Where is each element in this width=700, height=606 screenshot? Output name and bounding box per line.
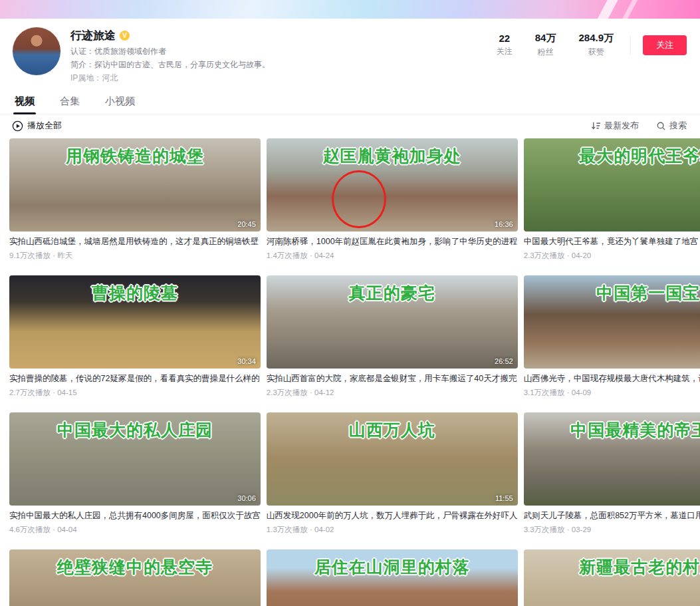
avatar[interactable] (12, 27, 61, 76)
video-card[interactable]: 中国最精美的帝王陵 25:46 武则天儿子陵墓，总面积852万平方米，墓道口用3… (524, 412, 700, 535)
follow-button[interactable]: 关注 (643, 35, 687, 55)
video-caption[interactable]: 山西佛光寺，中国现存规模最大唐代木构建筑，让日本人闭嘴的建筑 (524, 373, 700, 384)
video-meta: 2.7万次播放 · 04-15 (9, 388, 261, 398)
video-duration: 20:45 (237, 220, 256, 228)
video-title-overlay: 赵匡胤黄袍加身处 (267, 145, 518, 167)
video-card[interactable]: 山西万人坑 11:55 山西发现2000年前的万人坑，数万人埋葬于此，尸骨裸露在… (267, 412, 518, 535)
video-thumbnail[interactable]: 曹操的陵墓 30:34 (9, 275, 261, 369)
video-meta: 2.3万次播放 · 04-12 (267, 388, 518, 398)
video-thumbnail[interactable]: 中国最大的私人庄园 30:06 (9, 412, 261, 506)
profile-info: 行迹旅途 V 认证：优质旅游领域创作者 简介：探访中国的古迹、古民居，分享历史文… (70, 27, 485, 83)
video-card[interactable]: 赵匡胤黄袍加身处 16:36 河南陈桥驿，1000年前赵匡胤在此黄袍加身，影响了… (267, 138, 518, 261)
profile-name: 行迹旅途 (70, 28, 116, 43)
ip-label: IP属地： (70, 73, 102, 82)
video-card[interactable]: 新疆最古老的村庄 11:29 实拍新疆最古老的村庄，坐落在火焰山脚下，房屋全是用… (524, 549, 700, 606)
video-card[interactable]: 真正的豪宅 26:52 实拍山西首富的大院，家底都是金银财宝，用卡车搬运了40天… (267, 275, 518, 398)
tab-bar: 视频 合集 小视频 (0, 90, 700, 114)
video-card[interactable]: 居住在山洞里的村落 21:38 甘肃发现神秘石洞，整座大山被掏空，一个村落住在这… (267, 549, 518, 606)
video-title-overlay: 居住在山洞里的村落 (267, 556, 518, 578)
ip-line: IP属地：河北 (70, 73, 485, 83)
video-duration: 16:36 (495, 220, 513, 228)
stat-followers: 84万 粉丝 (535, 32, 556, 58)
video-title-overlay: 新疆最古老的村庄 (524, 556, 700, 578)
video-card[interactable]: 曹操的陵墓 30:34 实拍曹操的陵墓，传说的72疑冢是假的，看看真实的曹操是什… (9, 275, 261, 398)
search-button[interactable]: 搜索 (656, 120, 687, 132)
video-meta: 4.6万次播放 · 04-04 (9, 525, 261, 535)
video-card[interactable]: 中国第一国宝 23:13 山西佛光寺，中国现存规模最大唐代木构建筑，让日本人闭嘴… (524, 275, 700, 398)
profile-header: 行迹旅途 V 认证：优质旅游领域创作者 简介：探访中国的古迹、古民居，分享历史文… (0, 19, 700, 83)
video-thumbnail[interactable]: 山西万人坑 11:55 (267, 412, 518, 506)
video-title-overlay: 山西万人坑 (267, 419, 518, 441)
tab-videos[interactable]: 视频 (13, 90, 36, 114)
video-card[interactable]: 用钢铁铸造的城堡 20:45 实拍山西砥洎城堡，城墙居然是用铁铸造的，这才是真正… (9, 138, 261, 261)
tab-collections[interactable]: 合集 (58, 90, 81, 114)
video-thumbnail[interactable]: 真正的豪宅 26:52 (267, 275, 518, 369)
video-title-overlay: 中国最大的私人庄园 (9, 419, 261, 441)
intro-text: 探访中国的古迹、古民居，分享历史文化与故事。 (94, 60, 270, 69)
video-meta: 9.1万次播放 · 昨天 (9, 251, 261, 261)
video-caption[interactable]: 河南陈桥驿，1000年前赵匡胤在此黄袍加身，影响了中华历史的进程 (267, 236, 518, 247)
banner-streak (592, 0, 620, 19)
sort-icon (591, 121, 601, 130)
verified-badge-icon: V (120, 31, 130, 41)
video-title-overlay: 用钢铁铸造的城堡 (9, 145, 261, 167)
video-title-overlay: 绝壁狭缝中的悬空寺 (9, 556, 261, 578)
stat-likes-value: 284.9万 (578, 32, 614, 45)
video-duration: 26:52 (495, 357, 513, 365)
profile-banner (0, 0, 700, 19)
intro-label: 简介： (70, 60, 94, 69)
video-meta: 2.3万次播放 · 04-20 (524, 251, 700, 261)
video-card[interactable]: 中国最大的私人庄园 30:06 实拍中国最大的私人庄园，总共拥有4000多间房屋… (9, 412, 261, 535)
sort-label: 最新发布 (604, 120, 639, 132)
video-duration: 30:34 (237, 357, 256, 365)
video-caption[interactable]: 武则天儿子陵墓，总面积852万平方米，墓道口用3900多块巨石封堵 (524, 510, 700, 522)
video-caption[interactable]: 山西发现2000年前的万人坑，数万人埋葬于此，尸骨裸露在外好吓人 (267, 510, 518, 522)
stat-following: 22 关注 (497, 33, 513, 57)
video-thumbnail[interactable]: 中国第一国宝 23:13 (524, 275, 700, 369)
verify-label: 认证： (70, 47, 94, 56)
video-caption[interactable]: 实拍山西首富的大院，家底都是金银财宝，用卡车搬运了40天才搬完 (267, 373, 518, 384)
video-title-overlay: 最大的明代王爷墓 (524, 145, 700, 167)
video-meta: 1.4万次播放 · 04-24 (267, 251, 518, 261)
play-all-button[interactable]: 播放全部 (12, 120, 62, 132)
video-meta: 1.3万次播放 · 04-02 (267, 525, 518, 535)
stat-likes: 284.9万 获赞 (578, 32, 614, 58)
video-duration: 30:06 (237, 494, 256, 502)
video-title-overlay: 曹操的陵墓 (9, 282, 261, 304)
play-all-label: 播放全部 (27, 120, 62, 132)
video-caption[interactable]: 中国最大明代王爷墓，竟还为丫鬟单独建了地宫，内部场景让人惊叹 (524, 236, 700, 247)
stat-likes-label: 获赞 (578, 47, 614, 58)
stat-followers-value: 84万 (535, 32, 556, 45)
video-thumbnail[interactable]: 中国最精美的帝王陵 25:46 (524, 412, 700, 506)
toolbar: 播放全部 最新发布 搜索 (0, 114, 700, 137)
video-thumbnail[interactable]: 新疆最古老的村庄 11:29 (524, 549, 700, 606)
video-thumbnail[interactable]: 赵匡胤黄袍加身处 16:36 (267, 138, 518, 231)
video-grid: 用钢铁铸造的城堡 20:45 实拍山西砥洎城堡，城墙居然是用铁铸造的，这才是真正… (9, 138, 689, 606)
stat-following-value: 22 (497, 33, 513, 44)
video-thumbnail[interactable]: 绝壁狭缝中的悬空寺 23:06 (9, 549, 261, 606)
stat-following-label: 关注 (497, 46, 513, 57)
stats-divider (630, 35, 631, 55)
video-caption[interactable]: 实拍曹操的陵墓，传说的72疑冢是假的，看看真实的曹操是什么样的 (9, 373, 261, 384)
video-thumbnail[interactable]: 最大的明代王爷墓 25:25 (524, 138, 700, 231)
video-duration: 11:55 (495, 494, 513, 502)
video-title-overlay: 中国第一国宝 (524, 282, 700, 304)
video-title-overlay: 中国最精美的帝王陵 (524, 419, 700, 441)
video-card[interactable]: 绝壁狭缝中的悬空寺 23:06 陕西发现一悬空寺，想上去必须挑战悬空栈道，刚上去… (9, 549, 261, 606)
banner-streak (616, 0, 639, 19)
video-caption[interactable]: 实拍山西砥洎城堡，城墙居然是用铁铸造的，这才是真正的铜墙铁壁 (9, 236, 261, 247)
tab-short-videos[interactable]: 小视频 (104, 90, 136, 114)
verify-line: 认证：优质旅游领域创作者 (70, 47, 485, 57)
video-meta: 3.3万次播放 · 03-29 (524, 525, 700, 535)
stat-followers-label: 粉丝 (535, 47, 556, 58)
verify-text: 优质旅游领域创作者 (94, 47, 166, 56)
video-caption[interactable]: 实拍中国最大的私人庄园，总共拥有4000多间房屋，面积仅次于故宫 (9, 510, 261, 522)
video-card[interactable]: 最大的明代王爷墓 25:25 中国最大明代王爷墓，竟还为丫鬟单独建了地宫，内部场… (524, 138, 700, 261)
video-thumbnail[interactable]: 用钢铁铸造的城堡 20:45 (9, 138, 261, 231)
search-label: 搜索 (669, 120, 687, 132)
play-circle-icon (12, 120, 23, 132)
video-thumbnail[interactable]: 居住在山洞里的村落 21:38 (267, 549, 518, 606)
video-title-overlay: 真正的豪宅 (267, 282, 518, 304)
sort-button[interactable]: 最新发布 (591, 120, 639, 132)
ip-text: 河北 (102, 73, 118, 82)
